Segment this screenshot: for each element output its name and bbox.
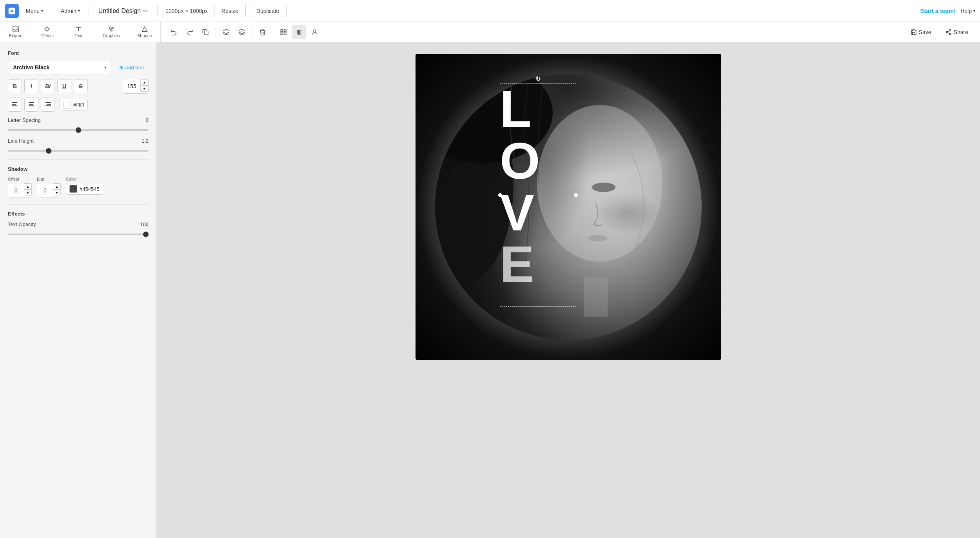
redo-button[interactable]	[183, 25, 197, 39]
layers-up-icon	[238, 29, 245, 36]
canvas-area[interactable]: L O V E ↻	[157, 42, 980, 538]
svg-point-29	[592, 183, 615, 192]
align-left-button[interactable]	[8, 98, 22, 112]
layers-down-button[interactable]	[219, 25, 233, 39]
tab-background[interactable]: Bkgrnd	[0, 22, 31, 42]
font-size-up-button[interactable]: ▲	[140, 79, 148, 85]
svg-point-27	[435, 74, 553, 164]
add-font-plus-icon: ⊕	[119, 65, 123, 71]
bold-italic-icon: BI	[45, 83, 51, 89]
effects-section: Effects Text Opacity 100	[8, 211, 149, 237]
svg-rect-24	[47, 104, 51, 105]
line-height-slider[interactable]	[8, 150, 149, 152]
svg-line-16	[947, 31, 949, 32]
share-label: Share	[954, 29, 968, 35]
resize-button[interactable]: Resize	[214, 5, 246, 17]
svg-point-5	[111, 29, 113, 31]
font-size-input[interactable]: 155	[123, 79, 140, 93]
svg-rect-25	[45, 105, 51, 106]
logo[interactable]	[5, 4, 19, 18]
face-circle	[435, 74, 702, 340]
svg-point-11	[314, 30, 316, 32]
text-opacity-slider[interactable]	[8, 234, 149, 235]
blur-up-button[interactable]: ▲	[53, 183, 61, 190]
tab-text[interactable]: Text	[63, 22, 94, 42]
bold-italic-button[interactable]: BI	[41, 79, 55, 93]
underline-button[interactable]: U	[57, 79, 71, 93]
canvas[interactable]: L O V E ↻	[416, 54, 721, 360]
align-center-icon	[28, 101, 34, 108]
align-left-icon	[12, 101, 18, 108]
svg-rect-8	[284, 29, 286, 31]
undo-button[interactable]	[167, 25, 181, 39]
main-area: Font Archivo Black ▾ ⊕ Add font B I	[0, 42, 980, 538]
tab-shapes[interactable]: Shapes	[129, 22, 160, 42]
text-icon	[75, 25, 82, 33]
layers-up-button[interactable]	[235, 25, 249, 39]
face-svg	[435, 74, 702, 340]
strikethrough-icon: S	[79, 83, 82, 89]
divider-2	[89, 5, 89, 16]
line-height-label: Line Height	[8, 138, 34, 144]
offset-up-button[interactable]: ▲	[24, 183, 32, 190]
font-size-spinners: ▲ ▼	[140, 79, 148, 93]
copy-button[interactable]	[198, 25, 212, 39]
share-button[interactable]: Share	[940, 26, 974, 38]
redo-icon	[186, 29, 193, 36]
avatar-button[interactable]	[308, 25, 322, 39]
blur-label: Blur	[37, 177, 61, 181]
help-chevron-icon: ▾	[973, 9, 975, 13]
strikethrough-button[interactable]: S	[74, 79, 88, 93]
tab-text-label: Text	[74, 33, 82, 38]
menu-label: Menu	[26, 8, 40, 14]
text-color-value: #ffffff	[73, 102, 84, 108]
help-label: Help	[960, 8, 972, 14]
svg-rect-18	[12, 104, 16, 105]
blur-down-button[interactable]: ▼	[53, 190, 61, 196]
magnet-button[interactable]	[292, 25, 306, 39]
grid-button[interactable]	[276, 25, 290, 39]
save-button[interactable]: Save	[905, 26, 937, 38]
font-size-input-wrapper: 155 ▲ ▼	[123, 79, 149, 94]
duplicate-button[interactable]: Duplicate	[249, 5, 287, 17]
letter-spacing-slider[interactable]	[8, 129, 149, 131]
background-icon	[12, 25, 19, 33]
font-select-row: Archivo Black ▾ ⊕ Add font	[8, 61, 149, 74]
align-right-button[interactable]	[41, 98, 55, 112]
offset-input[interactable]	[8, 183, 24, 197]
tab-effects[interactable]: Effects	[31, 22, 63, 42]
menu-chevron-icon: ▾	[41, 9, 43, 13]
topbar-right: Start a team! Help ▾	[920, 7, 975, 14]
start-team-button[interactable]: Start a team!	[920, 7, 956, 14]
bold-button[interactable]: B	[8, 79, 22, 93]
menu-button[interactable]: Menu ▾	[22, 5, 47, 16]
font-size-down-button[interactable]: ▼	[140, 85, 148, 92]
tool-divider-2	[252, 27, 252, 38]
font-selector[interactable]: Archivo Black ▾	[8, 61, 111, 74]
tab-graphics[interactable]: Graphics	[94, 22, 129, 42]
effects-section-title: Effects	[8, 211, 149, 217]
offset-down-button[interactable]: ▼	[24, 190, 32, 196]
shadow-color-wrapper[interactable]: #454545	[66, 183, 103, 195]
effects-icon	[44, 25, 51, 33]
italic-button[interactable]: I	[24, 79, 38, 93]
canva-logo-icon	[7, 7, 16, 15]
help-button[interactable]: Help ▾	[960, 8, 975, 14]
offset-field: Offset ▲ ▼	[8, 177, 32, 198]
divider-3	[157, 5, 158, 16]
project-title-container[interactable]: Untitled Design ✏	[94, 5, 153, 17]
blur-input[interactable]	[37, 183, 53, 197]
graphics-icon	[108, 25, 115, 33]
tab-shapes-label: Shapes	[137, 33, 152, 38]
add-font-button[interactable]: ⊕ Add font	[114, 62, 149, 73]
svg-point-12	[949, 29, 951, 31]
letter-spacing-value: 0	[146, 117, 149, 123]
align-center-button[interactable]	[24, 98, 38, 112]
svg-rect-7	[281, 29, 283, 31]
delete-button[interactable]	[256, 25, 270, 39]
font-section-title: Font	[8, 50, 149, 56]
user-icon	[311, 29, 318, 36]
text-color-wrapper[interactable]: #ffffff	[60, 99, 88, 110]
admin-button[interactable]: Admin ▾	[57, 5, 84, 16]
offset-spinners: ▲ ▼	[24, 183, 32, 197]
